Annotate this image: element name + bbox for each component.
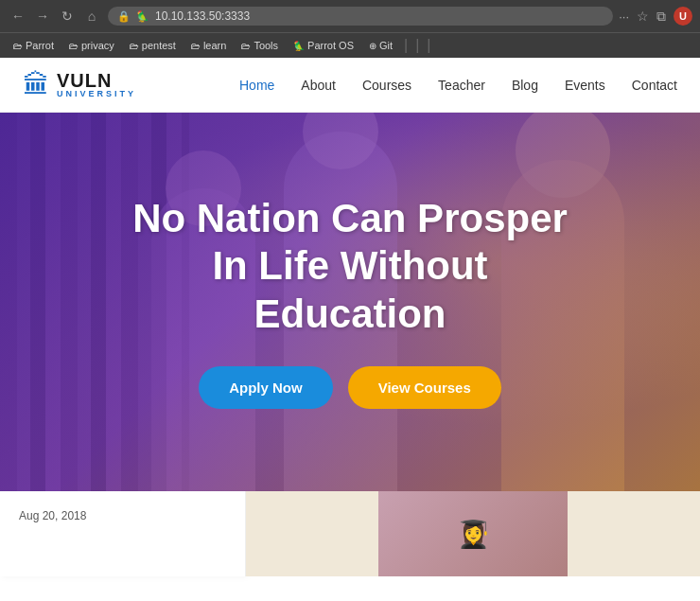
folder-icon: 🗁: [13, 41, 23, 51]
bookmark-label: Parrot: [26, 40, 54, 51]
forward-button[interactable]: →: [32, 6, 53, 27]
nav-blog[interactable]: Blog: [512, 78, 538, 93]
bookmark-label: learn: [203, 40, 226, 51]
bookmark-parrotos[interactable]: 🦜 Parrot OS: [288, 38, 359, 53]
nav-home[interactable]: Home: [239, 78, 274, 93]
folder-icon: 🗁: [241, 41, 251, 51]
logo-text: VULN UNIVERSITY: [57, 71, 136, 98]
hero-buttons: Apply Now View Courses: [132, 366, 568, 409]
url-text: 10.10.133.50:3333: [155, 9, 604, 23]
separator: |: [404, 37, 408, 54]
news-card: Aug 20, 2018: [0, 491, 246, 576]
git-icon: ⊕: [369, 41, 376, 51]
view-courses-button[interactable]: View Courses: [348, 366, 501, 409]
home-button[interactable]: ⌂: [81, 6, 102, 27]
separator: |: [415, 37, 419, 54]
bookmark-label: Git: [379, 40, 393, 51]
hero-content: No Nation Can Prosper In Life Without Ed…: [95, 195, 605, 409]
site-navigation: 🏛 VULN UNIVERSITY Home About Courses Tea…: [0, 58, 700, 113]
bookmark-label: Parrot OS: [307, 40, 354, 51]
bottom-section: Aug 20, 2018 👩‍🎓: [0, 491, 700, 576]
bookmark-git[interactable]: ⊕ Git: [363, 38, 398, 53]
address-bar[interactable]: 🔒 🦜 10.10.133.50:3333: [108, 7, 613, 26]
apply-now-button[interactable]: Apply Now: [199, 366, 333, 409]
extensions-icon[interactable]: ⧉: [656, 9, 666, 25]
logo-university: UNIVERSITY: [57, 90, 136, 98]
hero-title-line2: In Life Without: [212, 243, 487, 288]
nav-teacher[interactable]: Teacher: [438, 78, 485, 93]
nav-courses[interactable]: Courses: [362, 78, 411, 93]
hero-title-line3: Education: [254, 292, 446, 336]
nav-contact[interactable]: Contact: [632, 78, 677, 93]
bookmark-icon[interactable]: ☆: [637, 9, 649, 24]
menu-dots[interactable]: ···: [619, 9, 629, 24]
profile-icon[interactable]: U: [674, 7, 692, 26]
bookmark-tools[interactable]: 🗁 Tools: [236, 38, 284, 53]
bookmarks-bar: 🗁 Parrot 🗁 privacy 🗁 pentest 🗁 learn 🗁 T…: [0, 32, 700, 58]
browser-toolbar: ← → ↻ ⌂ 🔒 🦜 10.10.133.50:3333 ··· ☆ ⧉ U: [0, 0, 700, 32]
bookmark-pentest[interactable]: 🗁 pentest: [124, 38, 182, 53]
hero-title: No Nation Can Prosper In Life Without Ed…: [132, 195, 568, 338]
thumbnail-image: 👩‍🎓: [378, 491, 568, 576]
refresh-button[interactable]: ↻: [57, 6, 78, 27]
toolbar-icons: ··· ☆ ⧉ U: [619, 7, 692, 26]
lock-icon: 🔒: [117, 10, 131, 23]
news-date: Aug 20, 2018: [19, 509, 86, 522]
favicon: 🦜: [136, 10, 149, 23]
bookmark-privacy[interactable]: 🗁 privacy: [63, 38, 120, 53]
hero-title-line1: No Nation Can Prosper: [132, 196, 568, 240]
nav-events[interactable]: Events: [565, 78, 605, 93]
parrot-icon: 🦜: [293, 41, 305, 51]
bookmark-learn[interactable]: 🗁 learn: [185, 38, 232, 53]
site-logo: 🏛 VULN UNIVERSITY: [23, 69, 136, 100]
browser-chrome: ← → ↻ ⌂ 🔒 🦜 10.10.133.50:3333 ··· ☆ ⧉ U …: [0, 0, 700, 58]
bookmark-label: privacy: [81, 40, 114, 51]
logo-vuln: VULN: [57, 71, 136, 90]
hero-section: No Nation Can Prosper In Life Without Ed…: [0, 113, 700, 491]
news-thumbnail: 👩‍🎓: [246, 491, 700, 576]
folder-icon: 🗁: [69, 41, 79, 51]
bookmark-parrot[interactable]: 🗁 Parrot: [8, 38, 60, 53]
bookmark-label: Tools: [254, 40, 278, 51]
folder-icon: 🗁: [191, 41, 201, 51]
nav-buttons: ← → ↻ ⌂: [8, 6, 102, 27]
folder-icon: 🗁: [130, 41, 139, 51]
separator: |: [427, 37, 430, 54]
back-button[interactable]: ←: [8, 6, 28, 27]
bookmark-label: pentest: [142, 40, 176, 51]
logo-building-icon: 🏛: [23, 69, 49, 100]
website: 🏛 VULN UNIVERSITY Home About Courses Tea…: [0, 58, 700, 576]
nav-about[interactable]: About: [301, 78, 336, 93]
nav-links: Home About Courses Teacher Blog Events C…: [239, 78, 677, 93]
